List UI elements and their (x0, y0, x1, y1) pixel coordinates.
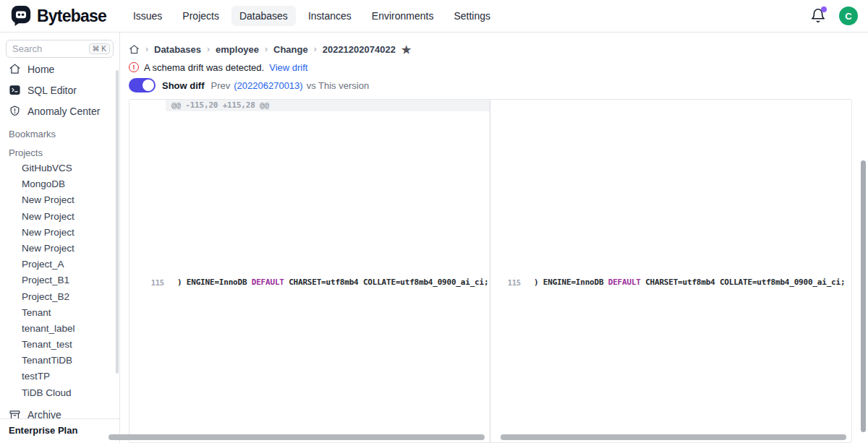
app-window: Bytebase Issues Projects Databases Insta… (0, 0, 868, 443)
sidebar-item-project[interactable]: New Project (6, 240, 114, 256)
sidebar-item-project[interactable]: New Project (6, 224, 114, 240)
nav-item-databases[interactable]: Databases (231, 6, 296, 26)
sidebar-item-project[interactable]: tenant_label (6, 320, 114, 336)
sidebar-section-projects: Projects (6, 147, 114, 158)
project-list: GitHubVCSMongoDBNew ProjectNew ProjectNe… (6, 160, 114, 400)
shield-icon (9, 105, 21, 117)
user-avatar[interactable]: C (839, 7, 858, 25)
nav-item-projects[interactable]: Projects (174, 6, 227, 26)
nav-item-issues[interactable]: Issues (125, 6, 170, 26)
nav-item-instances[interactable]: Instances (300, 6, 359, 26)
breadcrumb-separator: › (145, 44, 148, 54)
breadcrumb-item-change[interactable]: Change (273, 44, 308, 55)
breadcrumb-home-icon[interactable] (129, 44, 140, 55)
code-line: ) ENGINE=InnoDB DEFAULT CHARSET=utf8mb4 … (528, 111, 851, 442)
sidebar-item-project[interactable]: New Project (6, 192, 114, 207)
show-diff-label: Show diff (162, 80, 205, 91)
home-icon (9, 63, 21, 75)
schema-drift-alert: ! A schema drift was detected. View drif… (129, 59, 852, 76)
prev-prefix: Prev (211, 80, 231, 91)
bytebase-logo-icon (10, 5, 32, 27)
sidebar-item-project[interactable]: MongoDB (6, 176, 114, 192)
code-line: @@ -115,20 +115,28 @@ (166, 100, 490, 111)
code-line: ) ENGINE=InnoDB DEFAULT CHARSET=utf8mb4 … (171, 111, 490, 442)
alert-exclamation-icon: ! (129, 62, 139, 72)
search-shortcut-badge: ⌘ K (89, 43, 110, 54)
sidebar-item-label: Home (27, 64, 54, 75)
sidebar-item-project[interactable]: GitHubVCS (6, 160, 114, 176)
sidebar-item-anomaly-center[interactable]: Anomaly Center (6, 101, 114, 121)
diff-toggle-row: Show diff Prev (202206270013) vs This ve… (129, 76, 852, 95)
breadcrumb-item-databases[interactable]: Databases (154, 44, 201, 55)
sidebar-item-project[interactable]: testTP (6, 368, 114, 384)
notification-dot (821, 7, 827, 12)
diff-pane-current: 115) ENGINE=InnoDB DEFAULT CHARSET=utf8m… (490, 100, 851, 442)
sidebar-item-project[interactable]: Tenant (6, 304, 114, 320)
brand-name: Bytebase (37, 7, 106, 26)
sidebar-item-project[interactable]: Tenant_test (6, 336, 114, 352)
notifications-bell-icon[interactable] (810, 8, 826, 24)
top-navbar: Bytebase Issues Projects Databases Insta… (0, 0, 868, 33)
breadcrumb-separator: › (314, 44, 317, 54)
diff-row: 115) ENGINE=InnoDB DEFAULT CHARSET=utf8m… (129, 111, 490, 442)
diff-row: 115) ENGINE=InnoDB DEFAULT CHARSET=utf8m… (490, 111, 851, 442)
line-number: 115 (496, 278, 528, 287)
breadcrumb-separator: › (207, 44, 210, 54)
sidebar-item-label: Anomaly Center (27, 106, 100, 117)
line-number: 115 (135, 278, 171, 287)
nav-item-environments[interactable]: Environments (364, 6, 442, 26)
show-diff-toggle[interactable] (129, 78, 156, 93)
diff-pane-previous: @@ -115,20 +115,28 @@115) ENGINE=InnoDB … (129, 100, 490, 442)
vertical-page-scrollbar[interactable] (861, 160, 866, 432)
topbar-right: C (810, 7, 858, 25)
bookmark-star-icon[interactable]: ★ (401, 44, 411, 55)
breadcrumb-item-version[interactable]: 20221202074022 (323, 44, 396, 55)
sidebar: ⌘ K Home SQL Editor (0, 33, 120, 443)
diff-row: @@ -115,20 +115,28 @@ (129, 100, 490, 111)
sidebar-scrollbar[interactable] (116, 70, 119, 374)
bytebase-logo[interactable]: Bytebase (10, 5, 106, 27)
main-content: › Databases › employee › Change › 202212… (120, 33, 868, 443)
vs-this-version-text: vs This version (307, 80, 369, 91)
sidebar-item-label: SQL Editor (27, 85, 77, 96)
view-drift-link[interactable]: View drift (269, 62, 307, 73)
toggle-knob (142, 79, 154, 91)
breadcrumb: › Databases › employee › Change › 202212… (129, 40, 852, 59)
search-input[interactable] (12, 43, 77, 54)
schema-diff-viewer: @@ -115,20 +115,28 @@115) ENGINE=InnoDB … (129, 99, 852, 443)
diff-row (490, 100, 851, 111)
sidebar-item-sql-editor[interactable]: SQL Editor (6, 80, 114, 100)
sidebar-section-bookmarks: Bookmarks (6, 129, 114, 139)
sidebar-item-project[interactable]: Project_A (6, 256, 114, 272)
sidebar-item-project[interactable]: New Project (6, 208, 114, 224)
breadcrumb-separator: › (265, 44, 268, 54)
nav-item-settings[interactable]: Settings (446, 6, 498, 26)
search-box[interactable]: ⌘ K (6, 40, 114, 58)
terminal-icon (9, 84, 21, 96)
horizontal-scrollbar-left-pane[interactable] (109, 434, 485, 440)
sidebar-item-project[interactable]: Project_B1 (6, 272, 114, 288)
sidebar-item-project[interactable]: Project_B2 (6, 288, 114, 304)
sidebar-item-project[interactable]: TenantTiDB (6, 352, 114, 368)
sidebar-item-project[interactable]: TiDB Cloud (6, 384, 114, 400)
sidebar-item-home[interactable]: Home (6, 59, 114, 79)
plan-badge: Enterprise Plan (0, 418, 119, 443)
horizontal-scrollbar-right-pane[interactable] (501, 434, 846, 440)
main-nav: Issues Projects Databases Instances Envi… (125, 6, 498, 26)
code-line (522, 100, 851, 111)
breadcrumb-item-employee[interactable]: employee (216, 44, 259, 55)
prev-version-link[interactable]: (202206270013) (234, 80, 302, 91)
alert-text: A schema drift was detected. (144, 62, 264, 73)
